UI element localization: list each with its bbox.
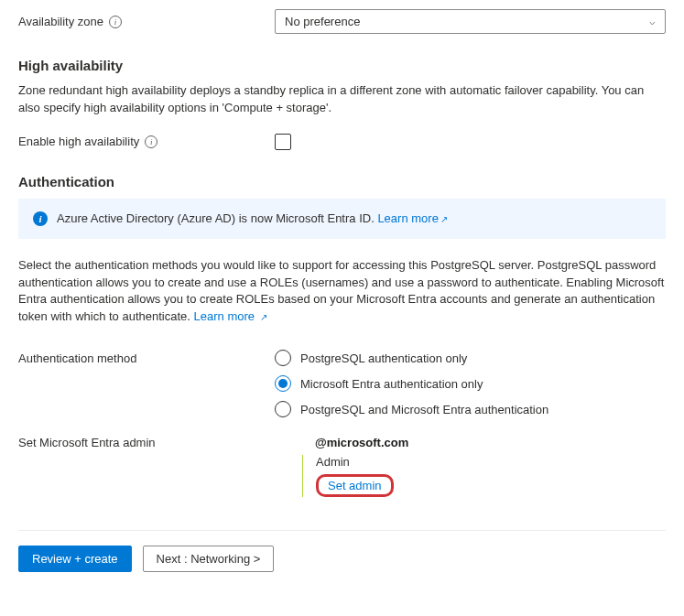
- authentication-heading: Authentication: [18, 174, 666, 189]
- external-link-icon: ↗: [440, 214, 448, 224]
- auth-method-label: Authentication method: [18, 351, 136, 365]
- radio-both-label: PostgreSQL and Microsoft Entra authentic…: [300, 403, 548, 416]
- footer-divider: [18, 530, 666, 531]
- radio-icon: [275, 350, 291, 366]
- info-icon: i: [33, 211, 48, 226]
- set-admin-row: Set Microsoft Entra admin @microsoft.com…: [18, 436, 666, 497]
- banner-learn-more-link[interactable]: Learn more↗: [377, 211, 447, 225]
- auth-method-label-col: Authentication method: [18, 350, 275, 365]
- availability-zone-row: Availability zone i No preference ⌵: [18, 9, 666, 34]
- review-create-button[interactable]: Review + create: [18, 546, 132, 572]
- set-admin-label-col: Set Microsoft Entra admin: [18, 436, 275, 449]
- radio-both[interactable]: PostgreSQL and Microsoft Entra authentic…: [275, 401, 666, 417]
- info-icon[interactable]: i: [145, 135, 157, 148]
- auth-description-text: Select the authentication methods you wo…: [18, 258, 664, 324]
- high-availability-heading: High availability: [18, 58, 666, 73]
- radio-entra-only-label: Microsoft Entra authentication only: [300, 377, 483, 391]
- set-admin-link[interactable]: Set admin: [328, 479, 382, 492]
- admin-role-label: Admin: [316, 455, 666, 469]
- footer-actions: Review + create Next : Networking >: [18, 546, 666, 572]
- enable-ha-label-col: Enable high availability i: [18, 135, 275, 148]
- banner-link-text: Learn more: [377, 211, 438, 225]
- next-networking-button[interactable]: Next : Networking >: [143, 546, 275, 572]
- enable-ha-row: Enable high availability i: [18, 134, 666, 150]
- auth-link-text: Learn more: [194, 309, 255, 323]
- enable-ha-label: Enable high availability: [18, 135, 139, 148]
- auth-method-row: Authentication method PostgreSQL authent…: [18, 350, 666, 417]
- auth-method-radio-group: PostgreSQL authentication only Microsoft…: [275, 350, 666, 417]
- banner-message: Azure Active Directory (Azure AD) is now…: [57, 211, 377, 225]
- availability-zone-select[interactable]: No preference ⌵: [275, 9, 666, 34]
- availability-zone-value: No preference: [285, 15, 360, 28]
- set-admin-label: Set Microsoft Entra admin: [18, 436, 156, 449]
- enable-ha-checkbox[interactable]: [275, 134, 291, 150]
- radio-pg-only-label: PostgreSQL authentication only: [300, 351, 467, 365]
- authentication-description: Select the authentication methods you wo…: [18, 257, 666, 326]
- radio-entra-only[interactable]: Microsoft Entra authentication only: [275, 375, 666, 392]
- enable-ha-field: [275, 134, 666, 150]
- chevron-down-icon: ⌵: [649, 16, 656, 27]
- admin-domain: @microsoft.com: [315, 436, 666, 449]
- set-admin-field: @microsoft.com Admin Set admin: [275, 436, 666, 497]
- banner-text: Azure Active Directory (Azure AD) is now…: [57, 211, 448, 225]
- auth-method-field: PostgreSQL authentication only Microsoft…: [275, 350, 666, 417]
- high-availability-description: Zone redundant high availability deploys…: [18, 82, 666, 117]
- availability-zone-label: Availability zone: [18, 15, 103, 28]
- radio-pg-only[interactable]: PostgreSQL authentication only: [275, 350, 666, 366]
- entra-rename-banner: i Azure Active Directory (Azure AD) is n…: [18, 199, 666, 239]
- info-icon[interactable]: i: [109, 16, 122, 28]
- admin-block: Admin Set admin: [302, 455, 666, 497]
- radio-icon: [275, 375, 291, 392]
- availability-zone-label-col: Availability zone i: [18, 15, 275, 28]
- set-admin-highlight: Set admin: [316, 474, 394, 497]
- external-link-icon: ↗: [260, 312, 267, 322]
- availability-zone-field: No preference ⌵: [275, 9, 666, 34]
- auth-learn-more-link[interactable]: Learn more ↗: [194, 309, 267, 323]
- radio-icon: [275, 401, 291, 417]
